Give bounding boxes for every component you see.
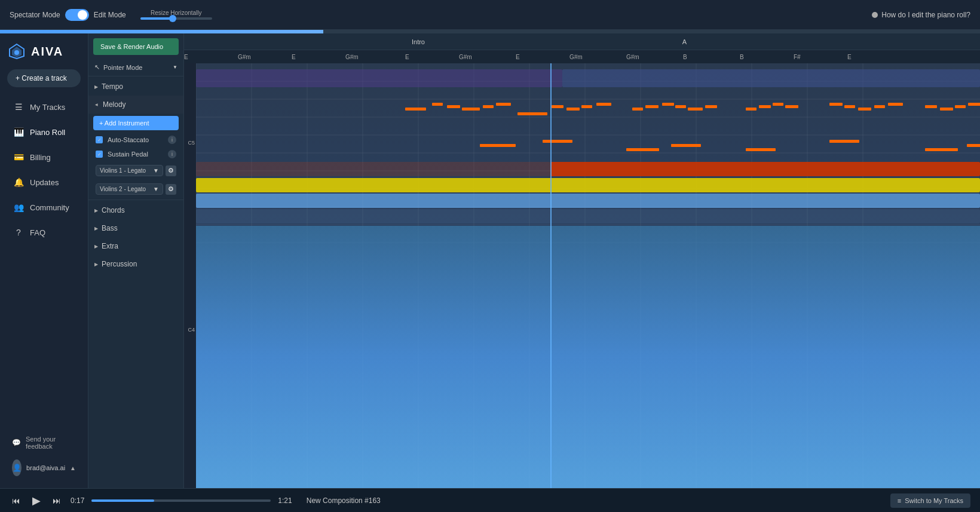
note-2 (432, 103, 443, 106)
chord-label-e3: E (405, 54, 409, 60)
track-area[interactable]: C5 C4 (184, 63, 980, 488)
sustain-pedal-row: ✓ Sustain Pedal i (88, 147, 183, 161)
faq-icon: ? (13, 227, 24, 238)
edit-mode-label: Edit Mode (94, 11, 126, 19)
my-tracks-label: My Tracks (30, 103, 65, 112)
percussion-section-header[interactable]: ▶ Percussion (88, 255, 183, 273)
transport-prev-button[interactable]: ⏮ (10, 493, 23, 508)
note-5 (483, 105, 494, 108)
switch-to-my-tracks-button[interactable]: ≡ Switch to My Tracks (890, 493, 970, 508)
note-low-4 (671, 144, 701, 147)
note-1 (405, 108, 426, 111)
feedback-label: Send your feedback (26, 436, 76, 450)
note-low-8 (967, 144, 980, 147)
melody-pre-block (196, 69, 562, 87)
resize-slider[interactable] (140, 17, 212, 20)
divider-2 (88, 200, 183, 200)
time-current: 0:17 (71, 496, 84, 505)
sidebar-item-billing[interactable]: 💳 Billing (4, 145, 84, 170)
violins2-gear-icon[interactable]: ⚙ (166, 184, 176, 195)
chords-label: Chords (102, 206, 125, 214)
chord-label-e1: E (184, 54, 188, 60)
top-bar: Spectator Mode Edit Mode Resize Horizont… (0, 0, 980, 30)
note-15 (675, 105, 686, 108)
note-26 (888, 103, 903, 106)
note-14 (662, 103, 674, 106)
note-9 (566, 108, 580, 111)
chord-labels-row: E G#m E G#m E G#m E G#m G#m B B F# E (184, 50, 980, 63)
note-low-5 (746, 148, 776, 151)
sidebar: AIVA + Create a track ☰ My Tracks 🎹 Pian… (0, 33, 88, 488)
user-area[interactable]: 👤 brad@aiva.ai ▲ (7, 455, 81, 481)
sustain-pedal-checkbox[interactable]: ✓ (96, 151, 103, 158)
spectator-mode-toggle[interactable] (65, 9, 89, 21)
pointer-icon: ↖ (94, 63, 100, 71)
faq-label: FAQ (30, 228, 45, 237)
updates-label: Updates (30, 178, 59, 187)
chords-section-header[interactable]: ▶ Chords (88, 201, 183, 219)
note-8 (552, 105, 564, 108)
auto-staccato-checkbox[interactable]: ✓ (96, 136, 103, 143)
chord-label-gshm4: G#m (569, 54, 583, 60)
note-25 (874, 105, 885, 108)
playback-bar[interactable] (91, 499, 271, 502)
bass-track-block[interactable] (196, 194, 980, 208)
chord-label-e4: E (516, 54, 520, 60)
chords-track-block[interactable] (196, 178, 980, 192)
note-22 (829, 103, 843, 106)
divider-1 (88, 76, 183, 76)
sustain-pedal-info-icon[interactable]: i (168, 150, 176, 158)
save-render-label: Save & Render Audio (100, 43, 163, 50)
transport-next-button[interactable]: ⏭ (50, 493, 63, 508)
chord-label-fsh: F# (794, 54, 801, 60)
note-13 (645, 105, 659, 108)
pointer-mode-label: Pointer Mode (103, 64, 142, 71)
piano-roll-icon: 🎹 (13, 127, 24, 137)
updates-icon: 🔔 (13, 177, 24, 188)
time-total: 1:21 (278, 496, 292, 505)
note-21 (785, 105, 798, 108)
switch-label: Switch to My Tracks (905, 497, 963, 504)
piano-roll-area: Intro A E G#m E G#m E G#m E G#m G#m B B … (184, 33, 980, 488)
auto-staccato-info-icon[interactable]: i (168, 136, 176, 144)
c4-label: C4 (188, 327, 195, 333)
transport-play-button[interactable]: ▶ (30, 492, 43, 510)
sidebar-item-faq[interactable]: ? FAQ (4, 220, 84, 245)
bass-section-header[interactable]: ▶ Bass (88, 219, 183, 237)
violins2-track-block-pre (196, 162, 550, 176)
violins2-select[interactable]: Violins 2 - Legato ▼ (96, 183, 163, 195)
bass-label: Bass (102, 224, 118, 232)
save-render-button[interactable]: Save & Render Audio (93, 38, 179, 55)
create-track-button[interactable]: + Create a track (7, 69, 81, 87)
add-instrument-button[interactable]: + Add Instrument (93, 116, 179, 130)
chord-label-gshm5: G#m (626, 54, 639, 60)
chord-label-b2: B (740, 54, 744, 60)
violins2-track-block[interactable] (550, 162, 980, 176)
melody-section-header[interactable]: ▼ Melody (88, 96, 183, 114)
logo-area: AIVA (0, 33, 88, 69)
violins1-select[interactable]: Violins 1 - Legato ▼ (96, 165, 163, 176)
note-29 (955, 105, 966, 108)
pointer-mode-row[interactable]: ↖ Pointer Mode ▼ (88, 60, 183, 75)
sidebar-item-updates[interactable]: 🔔 Updates (4, 170, 84, 195)
extra-label: Extra (102, 242, 118, 250)
tempo-section-header[interactable]: ▶ Tempo (88, 78, 183, 96)
feedback-button[interactable]: 💬 Send your feedback (7, 431, 81, 455)
tempo-arrow-icon: ▶ (94, 84, 98, 90)
note-16 (688, 108, 703, 111)
sidebar-item-community[interactable]: 👥 Community (4, 195, 84, 220)
sidebar-bottom: 💬 Send your feedback 👤 brad@aiva.ai ▲ (0, 424, 88, 488)
violins1-row: Violins 1 - Legato ▼ ⚙ (91, 163, 181, 179)
help-text[interactable]: How do I edit the piano roll? (881, 11, 970, 19)
create-track-label: + Create a track (16, 74, 67, 82)
section-intro-label: Intro (407, 38, 430, 45)
sidebar-item-my-tracks[interactable]: ☰ My Tracks (4, 94, 84, 119)
extra-section-header[interactable]: ▶ Extra (88, 237, 183, 255)
note-low-3 (626, 148, 659, 151)
sidebar-item-piano-roll[interactable]: 🎹 Piano Roll (4, 119, 84, 145)
note-19 (759, 105, 771, 108)
note-23 (844, 105, 855, 108)
c5-label: C5 (188, 140, 195, 146)
logo-text: AIVA (31, 45, 63, 59)
violins1-gear-icon[interactable]: ⚙ (166, 165, 176, 176)
